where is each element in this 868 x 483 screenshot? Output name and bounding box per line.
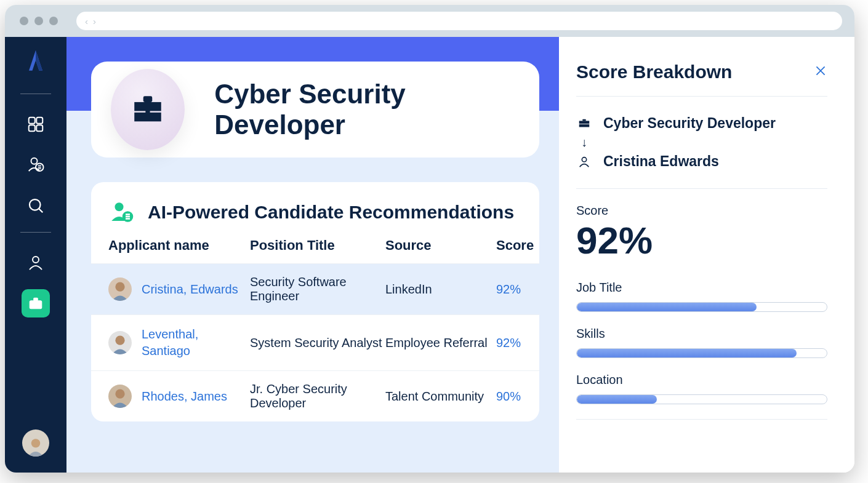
- progress-bar: [576, 302, 827, 312]
- svg-rect-14: [145, 110, 150, 114]
- current-user-avatar[interactable]: [22, 429, 49, 457]
- chevron-left-icon[interactable]: ‹: [85, 16, 88, 26]
- app-window: ‹ ›: [5, 5, 854, 473]
- col-position: Position Title: [250, 238, 385, 253]
- svg-rect-21: [579, 121, 590, 124]
- chevron-right-icon[interactable]: ›: [93, 16, 96, 26]
- table-row[interactable]: Cristina, Edwards Security Software Engi…: [91, 263, 539, 314]
- svg-point-15: [115, 202, 124, 211]
- svg-rect-11: [143, 96, 153, 102]
- card-title: AI-Powered Candidate Recommendations: [148, 202, 514, 223]
- sidebar-item-jobs[interactable]: [22, 289, 50, 317]
- window-dot[interactable]: [49, 17, 58, 25]
- avatar: [108, 331, 132, 354]
- sidebar-divider: [20, 232, 51, 233]
- sidebar-item-grid[interactable]: [22, 110, 50, 138]
- job-title: Cyber Security Developer: [214, 79, 515, 140]
- sidebar-item-person-list[interactable]: [22, 151, 50, 179]
- applicant-name[interactable]: Leventhal, Santiago: [142, 326, 250, 359]
- table-row[interactable]: Rhodes, James Jr. Cyber Security Develop…: [91, 370, 539, 421]
- svg-rect-1: [36, 118, 42, 124]
- score: 92%: [496, 336, 539, 350]
- svg-point-7: [33, 257, 39, 263]
- metric: Skills: [576, 327, 827, 358]
- url-bar[interactable]: ‹ ›: [76, 12, 842, 30]
- traffic-lights: [20, 17, 58, 25]
- job-header: Cyber Security Developer: [91, 62, 539, 158]
- svg-point-18: [115, 336, 124, 345]
- source: Employee Referral: [385, 336, 496, 350]
- arrow-down-icon: ↓: [576, 135, 592, 150]
- metric-label: Skills: [576, 327, 827, 341]
- svg-rect-0: [29, 118, 35, 124]
- window-dot[interactable]: [20, 17, 28, 25]
- titlebar: ‹ ›: [5, 5, 854, 37]
- progress-bar: [576, 394, 827, 404]
- col-name: Applicant name: [108, 238, 250, 253]
- svg-rect-3: [36, 125, 42, 131]
- sidebar-item-user[interactable]: [22, 249, 50, 277]
- source: Talent Community: [385, 389, 496, 404]
- svg-point-17: [115, 282, 124, 292]
- position-title: Jr. Cyber Security Developer: [250, 382, 385, 410]
- user-icon: [576, 155, 592, 169]
- applicant-name[interactable]: Cristina, Edwards: [142, 281, 238, 298]
- score-value: 92%: [576, 222, 827, 260]
- sidebar-item-search[interactable]: [22, 191, 50, 220]
- table-row[interactable]: Leventhal, Santiago System Security Anal…: [91, 314, 539, 370]
- briefcase-icon: [111, 69, 185, 150]
- position-title: System Security Analyst: [250, 336, 385, 350]
- nav-arrows[interactable]: ‹ ›: [85, 16, 96, 26]
- source: LinkedIn: [385, 282, 496, 297]
- svg-point-4: [31, 158, 38, 164]
- panel-title: Score Breakdown: [576, 62, 732, 82]
- svg-point-19: [115, 389, 124, 399]
- avatar: [108, 277, 132, 301]
- position-title: Security Software Engineer: [250, 275, 385, 303]
- svg-rect-22: [579, 124, 590, 127]
- svg-rect-20: [582, 119, 586, 121]
- app-logo: [22, 47, 49, 76]
- score: 92%: [496, 282, 539, 297]
- progress-bar: [576, 348, 827, 358]
- window-dot[interactable]: [34, 17, 43, 25]
- breakdown-job-title: Cyber Security Developer: [603, 115, 776, 132]
- svg-point-6: [30, 199, 41, 210]
- svg-rect-8: [30, 301, 42, 309]
- recommendations-card: AI-Powered Candidate Recommendations App…: [91, 182, 539, 421]
- candidate-list-icon: [108, 199, 134, 225]
- breakdown-context: Cyber Security Developer ↓ Cristina Edwa…: [576, 97, 827, 188]
- close-icon[interactable]: [814, 63, 827, 82]
- col-score: Score: [496, 238, 539, 253]
- svg-rect-2: [29, 125, 35, 131]
- breakdown-candidate: Cristina Edwards: [603, 153, 719, 170]
- sidebar-divider: [20, 94, 51, 94]
- main-content: Cyber Security Developer AI-Powered Cand…: [66, 37, 559, 473]
- score: 90%: [496, 389, 539, 404]
- metric-label: Job Title: [576, 281, 827, 295]
- metric-label: Location: [576, 373, 827, 387]
- metric: Location: [576, 373, 827, 404]
- table-header: Applicant name Position Title Source Sco…: [91, 238, 539, 263]
- avatar: [108, 385, 132, 408]
- svg-point-10: [31, 439, 40, 447]
- applicant-name[interactable]: Rhodes, James: [142, 388, 227, 405]
- metric: Job Title: [576, 281, 827, 312]
- col-source: Source: [385, 238, 496, 253]
- svg-point-23: [582, 157, 586, 161]
- score-label: Score: [576, 204, 827, 218]
- score-breakdown-panel: Score Breakdown: [559, 37, 854, 473]
- briefcase-icon: [576, 117, 592, 130]
- svg-rect-9: [34, 298, 38, 300]
- sidebar: [5, 37, 66, 473]
